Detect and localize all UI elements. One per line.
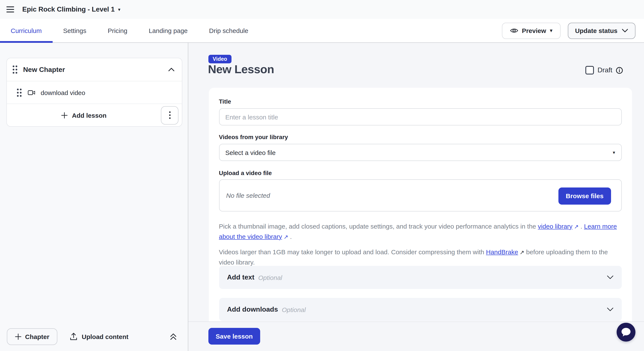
help-text: Videos larger than 1GB may take longer t… [219, 248, 486, 255]
save-footer-bar: Save lesson [188, 322, 644, 351]
video-library-label: Videos from your library [219, 134, 288, 140]
optional-hint: Optional [258, 274, 606, 281]
upload-content-button[interactable]: Upload content [70, 332, 128, 340]
add-chapter-button[interactable]: Chapter [7, 328, 57, 345]
lesson-title-input[interactable] [219, 108, 622, 126]
add-downloads-section[interactable]: Add downloads Optional [219, 298, 622, 321]
browse-files-button[interactable]: Browse files [558, 187, 611, 204]
info-icon[interactable] [616, 66, 623, 74]
chevron-down-icon [622, 29, 628, 32]
video-library-select[interactable]: Select a video file ▾ [219, 144, 622, 161]
lesson-type-badge: Video [208, 55, 232, 63]
kebab-menu-icon [169, 111, 170, 119]
lesson-row[interactable]: download video [7, 81, 182, 104]
chat-bubble-icon [620, 327, 632, 337]
help-text: Pick a thumbnail image, add closed capti… [219, 222, 538, 230]
video-library-link[interactable]: video library [538, 222, 572, 230]
tab-bar: Curriculum Settings Pricing Landing page… [0, 19, 644, 43]
add-lesson-label: Add lesson [72, 112, 106, 119]
add-lesson-button[interactable]: Add lesson [7, 112, 161, 119]
chevron-down-icon [606, 275, 614, 280]
tab-settings[interactable]: Settings [52, 19, 97, 42]
menu-icon[interactable] [6, 6, 14, 12]
draft-checkbox[interactable] [586, 66, 594, 74]
video-library-help-text: Pick a thumbnail image, add closed capti… [219, 221, 622, 242]
caret-down-icon: ▾ [550, 28, 552, 33]
preview-label: Preview [522, 27, 546, 34]
page-title: New Lesson [208, 63, 274, 76]
tab-drip-schedule[interactable]: Drip schedule [198, 19, 259, 42]
chevron-up-icon[interactable] [168, 68, 174, 72]
caret-down-icon: ▾ [613, 150, 615, 155]
caret-down-icon: ▾ [118, 7, 120, 12]
upload-video-label: Upload a video file [219, 170, 272, 176]
chapter-menu-button[interactable] [161, 106, 178, 124]
external-link-icon: ↗ [282, 234, 288, 240]
update-status-button[interactable]: Update status [568, 22, 636, 39]
video-upload-dropzone[interactable]: No file selected Browse files [219, 179, 622, 212]
chapter-footer: Add lesson [7, 104, 182, 126]
sidebar-footer: Chapter Upload content [0, 322, 188, 351]
drag-handle-icon[interactable] [12, 65, 18, 74]
plus-icon [61, 112, 68, 118]
collapse-all-button[interactable] [170, 333, 177, 340]
upload-icon [70, 332, 78, 340]
update-status-label: Update status [575, 27, 618, 34]
chat-widget-button[interactable] [616, 322, 635, 341]
workspace: New Chapter download video [0, 43, 644, 351]
eye-icon [510, 28, 518, 34]
save-lesson-button[interactable]: Save lesson [208, 328, 260, 344]
draft-label: Draft [598, 66, 612, 74]
curriculum-sidebar: New Chapter download video [0, 43, 188, 351]
top-bar: Epic Rock Climbing - Level 1 ▾ [0, 0, 644, 19]
tab-actions: Preview ▾ Update status [502, 19, 644, 42]
chapter-title: New Chapter [23, 66, 168, 74]
help-text: . [288, 233, 292, 240]
add-downloads-label: Add downloads [227, 306, 278, 313]
chapter-card: New Chapter download video [6, 58, 182, 127]
add-chapter-label: Chapter [25, 333, 49, 340]
add-text-section[interactable]: Add text Optional [219, 266, 622, 289]
course-title: Epic Rock Climbing - Level 1 [22, 6, 115, 13]
external-link-icon: ↗ [572, 223, 579, 230]
chevron-down-icon [606, 307, 614, 312]
tab-curriculum[interactable]: Curriculum [0, 19, 52, 42]
lesson-form-card: Title Videos from your library Select a … [208, 88, 632, 322]
handbrake-help-text: Videos larger than 1GB may take longer t… [219, 247, 622, 267]
double-chevron-up-icon [170, 333, 177, 340]
video-camera-icon [28, 90, 35, 95]
video-library-select-value: Select a video file [225, 149, 276, 156]
lesson-editor: Video New Lesson Draft Title Videos from… [188, 43, 644, 351]
tab-pricing[interactable]: Pricing [97, 19, 138, 42]
draft-toggle-row: Draft [586, 66, 623, 74]
course-title-dropdown[interactable]: Epic Rock Climbing - Level 1 ▾ [22, 6, 120, 13]
upload-content-label: Upload content [82, 333, 128, 340]
handbrake-link[interactable]: HandBrake [486, 248, 518, 255]
tab-landing-page[interactable]: Landing page [138, 19, 198, 42]
chapter-header[interactable]: New Chapter [7, 58, 182, 81]
lesson-title: download video [41, 89, 85, 96]
plus-icon [15, 333, 21, 340]
optional-hint: Optional [282, 306, 606, 313]
add-text-label: Add text [227, 274, 254, 281]
title-label: Title [219, 98, 231, 105]
help-text: . [579, 222, 584, 230]
preview-button[interactable]: Preview ▾ [502, 22, 560, 39]
course-builder-app: Epic Rock Climbing - Level 1 ▾ Curriculu… [0, 0, 644, 351]
drag-handle-icon[interactable] [17, 88, 22, 97]
external-link-icon: ↗ [518, 249, 524, 255]
tabs: Curriculum Settings Pricing Landing page… [0, 19, 259, 42]
